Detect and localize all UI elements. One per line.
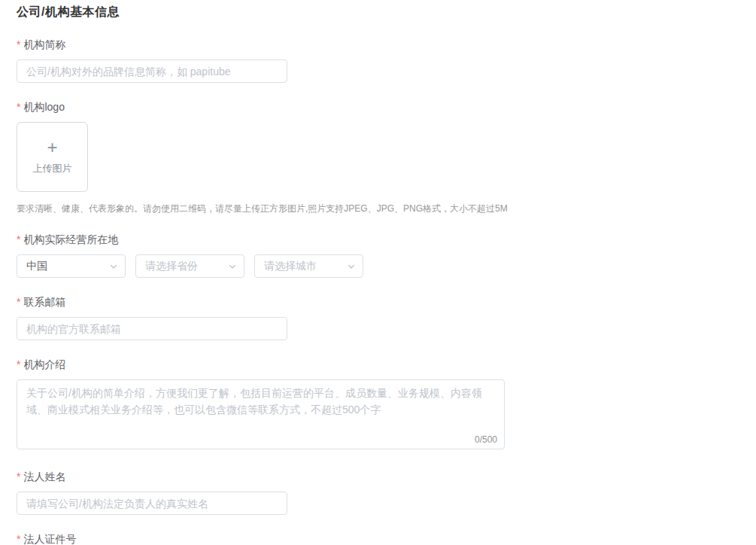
required-asterisk: *	[17, 233, 20, 245]
location-selects-row: 中国 请选择省份 请选择城市	[17, 254, 756, 278]
form-item-logo: *机构logo + 上传图片 要求清晰、健康、代表形象的。请勿使用二维码，请尽量…	[17, 101, 756, 215]
email-input[interactable]	[17, 317, 287, 340]
intro-textarea-wrap: 0/500	[17, 379, 505, 452]
char-counter: 0/500	[472, 434, 497, 445]
logo-upload-button[interactable]: + 上传图片	[17, 122, 88, 192]
form-item-email: *联系邮箱	[17, 296, 756, 340]
intro-label-text: 机构介绍	[23, 358, 65, 370]
form-item-short-name: *机构简称	[17, 38, 756, 83]
upload-button-label: 上传图片	[33, 162, 72, 175]
legal-name-label-text: 法人姓名	[23, 470, 65, 483]
short-name-label-text: 机构简称	[23, 38, 65, 50]
city-select[interactable]: 请选择城市	[254, 254, 363, 278]
logo-upload-hint: 要求清晰、健康、代表形象的。请勿使用二维码，请尽量上传正方形图片,照片支持JPE…	[17, 202, 756, 215]
logo-label: *机构logo	[17, 101, 756, 114]
legal-id-label-text: 法人证件号	[23, 533, 76, 545]
required-asterisk: *	[17, 470, 20, 483]
form-item-legal-id: *法人证件号	[17, 533, 756, 545]
legal-id-label: *法人证件号	[17, 533, 756, 545]
form-item-intro: *机构介绍 0/500	[17, 358, 756, 452]
required-asterisk: *	[17, 358, 20, 370]
legal-name-label: *法人姓名	[17, 470, 756, 484]
logo-label-text: 机构logo	[23, 101, 64, 113]
form-item-legal-name: *法人姓名	[17, 470, 756, 515]
required-asterisk: *	[17, 296, 20, 308]
required-asterisk: *	[17, 101, 20, 113]
email-label-text: 联系邮箱	[23, 296, 65, 308]
short-name-input[interactable]	[17, 59, 287, 83]
form-item-location: *机构实际经营所在地 中国 请选择省份 请选择城市	[17, 233, 756, 278]
city-select-placeholder: 请选择城市	[264, 260, 317, 273]
legal-name-input[interactable]	[17, 492, 287, 515]
plus-icon: +	[47, 139, 57, 157]
location-label-text: 机构实际经营所在地	[23, 233, 118, 245]
short-name-label: *机构简称	[17, 38, 756, 52]
province-select-placeholder: 请选择省份	[145, 260, 198, 273]
country-select-value: 中国	[26, 260, 47, 273]
page-title: 公司/机构基本信息	[17, 5, 756, 20]
required-asterisk: *	[17, 38, 20, 50]
intro-textarea[interactable]	[17, 379, 505, 449]
chevron-down-icon	[347, 262, 356, 271]
chevron-down-icon	[109, 262, 118, 271]
country-select[interactable]: 中国	[17, 254, 126, 278]
province-select[interactable]: 请选择省份	[135, 254, 244, 278]
chevron-down-icon	[228, 262, 237, 271]
required-asterisk: *	[17, 533, 20, 545]
intro-label: *机构介绍	[17, 358, 756, 372]
email-label: *联系邮箱	[17, 296, 756, 309]
location-label: *机构实际经营所在地	[17, 233, 756, 247]
org-basic-info-form: 公司/机构基本信息 *机构简称 *机构logo + 上传图片 要求清晰、健康、代…	[0, 0, 756, 545]
